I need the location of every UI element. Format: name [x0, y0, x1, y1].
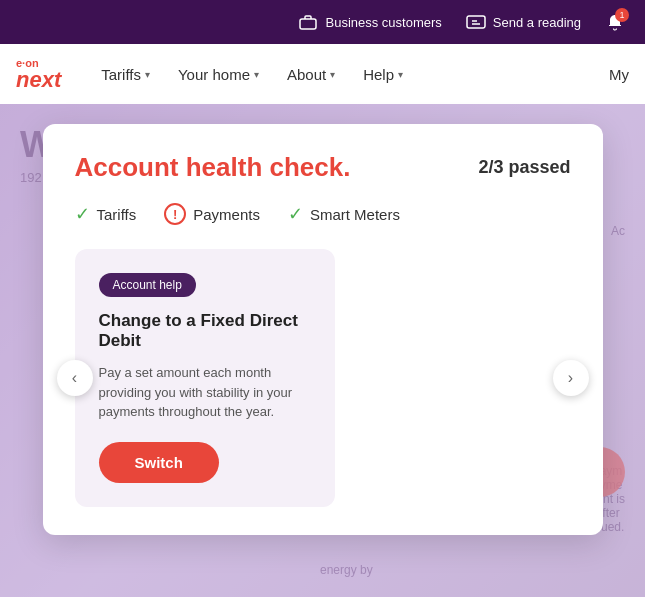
- briefcase-icon: [298, 12, 318, 32]
- nav-bar: e·on next Tariffs ▾ Your home ▾ About ▾ …: [0, 44, 645, 104]
- check-tariffs-label: Tariffs: [97, 206, 137, 223]
- notifications-link[interactable]: 1: [605, 12, 625, 32]
- check-tariffs-pass-icon: ✓: [75, 203, 90, 225]
- modal-score: 2/3 passed: [478, 157, 570, 178]
- modal-checks: ✓ Tariffs ! Payments ✓ Smart Meters: [75, 203, 571, 225]
- notification-badge: 1: [615, 8, 629, 22]
- nav-about[interactable]: About ▾: [275, 44, 347, 104]
- my-label: My: [609, 66, 629, 83]
- card-title: Change to a Fixed Direct Debit: [99, 311, 311, 351]
- check-payments-warn-icon: !: [164, 203, 186, 225]
- help-label: Help: [363, 66, 394, 83]
- bell-icon: 1: [605, 12, 625, 32]
- business-customers-label: Business customers: [325, 15, 441, 30]
- meter-icon: [466, 12, 486, 32]
- tariffs-label: Tariffs: [101, 66, 141, 83]
- scroll-left-button[interactable]: ‹: [57, 360, 93, 396]
- send-reading-label: Send a reading: [493, 15, 581, 30]
- nav-my-account[interactable]: My: [609, 66, 629, 83]
- about-label: About: [287, 66, 326, 83]
- nav-help[interactable]: Help ▾: [351, 44, 415, 104]
- check-payments-label: Payments: [193, 206, 260, 223]
- check-smart-meters: ✓ Smart Meters: [288, 203, 400, 225]
- account-help-card: Account help Change to a Fixed Direct De…: [75, 249, 335, 507]
- business-customers-link[interactable]: Business customers: [298, 12, 441, 32]
- your-home-chevron-icon: ▾: [254, 69, 259, 80]
- send-reading-link[interactable]: Send a reading: [466, 12, 581, 32]
- card-description: Pay a set amount each month providing yo…: [99, 363, 311, 422]
- top-bar: Business customers Send a reading 1: [0, 0, 645, 44]
- logo-next: next: [16, 69, 61, 91]
- check-tariffs: ✓ Tariffs: [75, 203, 137, 225]
- modal-title: Account health check.: [75, 152, 351, 183]
- modal-overlay: Account health check. 2/3 passed ✓ Tarif…: [0, 104, 645, 597]
- help-chevron-icon: ▾: [398, 69, 403, 80]
- nav-your-home[interactable]: Your home ▾: [166, 44, 271, 104]
- health-check-modal: Account health check. 2/3 passed ✓ Tarif…: [43, 124, 603, 535]
- card-badge: Account help: [99, 273, 196, 297]
- logo[interactable]: e·on next: [16, 58, 61, 91]
- check-smart-meters-label: Smart Meters: [310, 206, 400, 223]
- svg-rect-0: [300, 19, 316, 29]
- modal-header: Account health check. 2/3 passed: [75, 152, 571, 183]
- about-chevron-icon: ▾: [330, 69, 335, 80]
- switch-button[interactable]: Switch: [99, 442, 219, 483]
- svg-rect-1: [467, 16, 485, 28]
- your-home-label: Your home: [178, 66, 250, 83]
- tariffs-chevron-icon: ▾: [145, 69, 150, 80]
- check-smart-meters-pass-icon: ✓: [288, 203, 303, 225]
- check-payments: ! Payments: [164, 203, 260, 225]
- card-container: Account help Change to a Fixed Direct De…: [75, 249, 571, 507]
- scroll-right-button[interactable]: ›: [553, 360, 589, 396]
- nav-tariffs[interactable]: Tariffs ▾: [89, 44, 162, 104]
